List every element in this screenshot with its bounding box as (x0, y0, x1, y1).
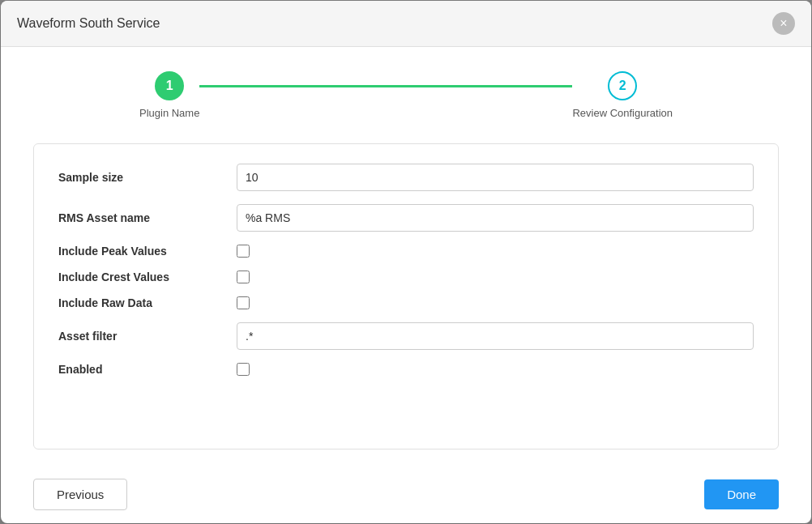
step-1-circle: 1 (155, 71, 184, 100)
checkbox-include-peak-values[interactable] (237, 245, 250, 258)
form-row-include-crest-values: Include Crest Values (58, 271, 754, 283)
label-include-peak-values: Include Peak Values (58, 245, 237, 258)
done-button[interactable]: Done (704, 479, 779, 509)
modal-body: 1 Plugin Name 2 Review Configuration Sam… (1, 47, 811, 466)
modal-header: Waveform South Service × (1, 1, 811, 47)
form-container: Sample size RMS Asset name Include Peak … (33, 143, 779, 449)
label-rms-asset-name: RMS Asset name (58, 211, 237, 224)
step-2-label: Review Configuration (572, 107, 673, 119)
input-sample-size[interactable] (237, 164, 754, 191)
modal-overlay: Waveform South Service × 1 Plugin Name 2 (0, 0, 812, 524)
previous-button[interactable]: Previous (33, 479, 127, 510)
form-row-include-peak-values: Include Peak Values (58, 245, 754, 258)
label-enabled: Enabled (58, 363, 237, 376)
checkbox-include-crest-values[interactable] (237, 271, 250, 283)
step-2-number: 2 (619, 79, 626, 93)
checkbox-enabled[interactable] (237, 363, 250, 376)
label-include-raw-data: Include Raw Data (58, 296, 237, 309)
label-sample-size: Sample size (58, 171, 237, 184)
input-rms-asset-name[interactable] (237, 204, 754, 232)
close-button[interactable]: × (772, 12, 795, 35)
step-2-circle: 2 (608, 71, 637, 100)
step-1-number: 1 (166, 79, 173, 93)
label-asset-filter: Asset filter (58, 330, 237, 343)
modal-footer: Previous Done (1, 466, 811, 523)
step-connector (199, 85, 572, 87)
step-1-label: Plugin Name (139, 107, 199, 119)
input-asset-filter[interactable] (237, 322, 754, 350)
modal: Waveform South Service × 1 Plugin Name 2 (1, 1, 811, 523)
stepper: 1 Plugin Name 2 Review Configuration (33, 71, 779, 119)
modal-title: Waveform South Service (17, 16, 160, 31)
form-row-asset-filter: Asset filter (58, 322, 754, 350)
form-row-enabled: Enabled (58, 363, 754, 376)
label-include-crest-values: Include Crest Values (58, 271, 237, 283)
checkbox-include-raw-data[interactable] (237, 296, 250, 309)
form-row-rms-asset-name: RMS Asset name (58, 204, 754, 232)
step-1: 1 Plugin Name (139, 71, 199, 119)
form-row-sample-size: Sample size (58, 164, 754, 191)
step-2: 2 Review Configuration (572, 71, 673, 119)
form-row-include-raw-data: Include Raw Data (58, 296, 754, 309)
